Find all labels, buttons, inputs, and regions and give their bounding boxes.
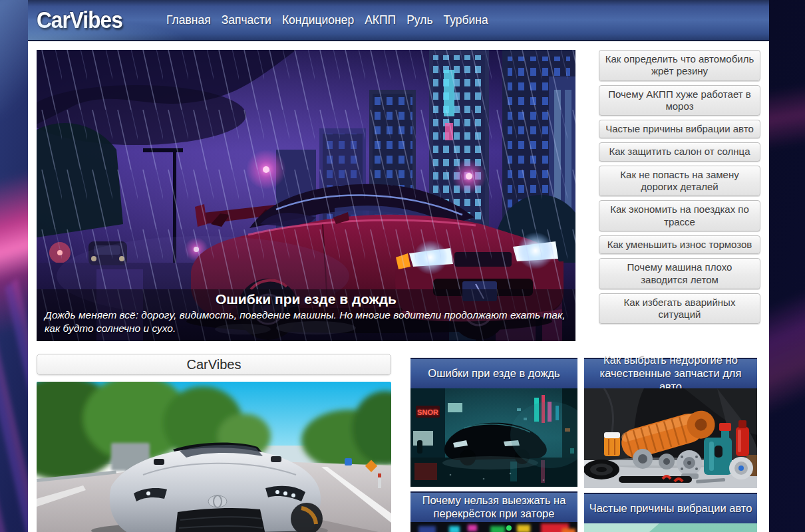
article-card[interactable]: Ошибки при езде в дождь <box>410 358 577 487</box>
site-logo[interactable]: CarVibes <box>37 7 122 33</box>
card-title-bar: Почему нельзя выезжать на перекрёсток пр… <box>410 491 577 522</box>
articles-sidebar: Как определить что автомобиль жрёт резин… <box>599 50 760 341</box>
neon-sign-text: SNOR <box>417 408 438 416</box>
car-parts-illustration <box>584 388 757 488</box>
nav-item-turbo[interactable]: Турбина <box>444 13 488 27</box>
main-menu: Главная Запчасти Кондиционер АКПП Руль Т… <box>166 13 488 27</box>
nav-item-air-conditioner[interactable]: Кондиционер <box>282 13 354 27</box>
sidebar-article-button[interactable]: Как избегать аварийных ситуаций <box>599 293 760 325</box>
article-card[interactable]: Почему нельзя выезжать на перекрёсток пр… <box>410 491 577 532</box>
left-column: CarVibes <box>37 354 391 532</box>
intersection-illustration <box>410 522 577 532</box>
right-column: Как выбрать недорогие но качественные за… <box>584 358 757 532</box>
card-thumbnail-rain-car: SNOR SNOR <box>410 388 577 487</box>
sidebar-article-button[interactable]: Как определить что автомобиль жрёт резин… <box>599 50 760 81</box>
sidebar-article-button[interactable]: Как не попасть на замену дорогих деталей <box>599 166 760 197</box>
highway-illustration <box>37 382 391 532</box>
card-thumbnail-parts <box>584 388 757 488</box>
nav-item-home[interactable]: Главная <box>166 13 211 27</box>
sidebar-article-button[interactable]: Как экономить на поездках по трассе <box>599 200 760 231</box>
card-title-bar: Ошибки при езде в дождь <box>410 358 577 388</box>
page-content: Ошибки при езде в дождь Дождь меняет всё… <box>28 41 769 532</box>
section-heading: CarVibes <box>37 354 391 375</box>
sidebar-article-button[interactable]: Как защитить салон от солнца <box>599 142 760 161</box>
site-container: CarVibes Главная Запчасти Кондиционер АК… <box>28 0 769 532</box>
highway-car-image[interactable] <box>37 382 391 532</box>
article-card[interactable]: Частые причины вибрации авто <box>584 493 757 532</box>
top-navbar: CarVibes Главная Запчасти Кондиционер АК… <box>28 0 769 41</box>
middle-column: Ошибки при езде в дождь <box>410 358 577 532</box>
hero-title: Ошибки при езде в дождь <box>45 291 567 307</box>
hero-subtitle: Дождь меняет всё: дорогу, видимость, пов… <box>45 309 567 335</box>
rain-car-illustration: SNOR SNOR <box>410 388 577 487</box>
nav-item-steering[interactable]: Руль <box>406 13 432 27</box>
hero-caption: Ошибки при езде в дождь Дождь меняет всё… <box>37 289 575 341</box>
card-thumbnail-intersection <box>410 522 577 532</box>
card-title-bar: Частые причины вибрации авто <box>584 493 757 523</box>
nav-item-parts[interactable]: Запчасти <box>222 13 271 27</box>
steering-wheel-illustration <box>584 523 757 532</box>
sidebar-article-button[interactable]: Почему АКПП хуже работает в мороз <box>599 85 760 116</box>
sidebar-article-button[interactable]: Как уменьшить износ тормозов <box>599 235 760 254</box>
sidebar-article-button[interactable]: Частые причины вибрации авто <box>599 120 760 138</box>
hero-article-image[interactable]: Ошибки при езде в дождь Дождь меняет всё… <box>37 50 575 341</box>
sidebar-article-button[interactable]: Почему машина плохо заводится летом <box>599 258 760 289</box>
card-title-bar: Как выбрать недорогие но качественные за… <box>584 358 757 388</box>
article-card[interactable]: Как выбрать недорогие но качественные за… <box>584 358 757 488</box>
card-thumbnail-steering <box>584 523 757 532</box>
nav-item-akpp[interactable]: АКПП <box>365 13 396 27</box>
